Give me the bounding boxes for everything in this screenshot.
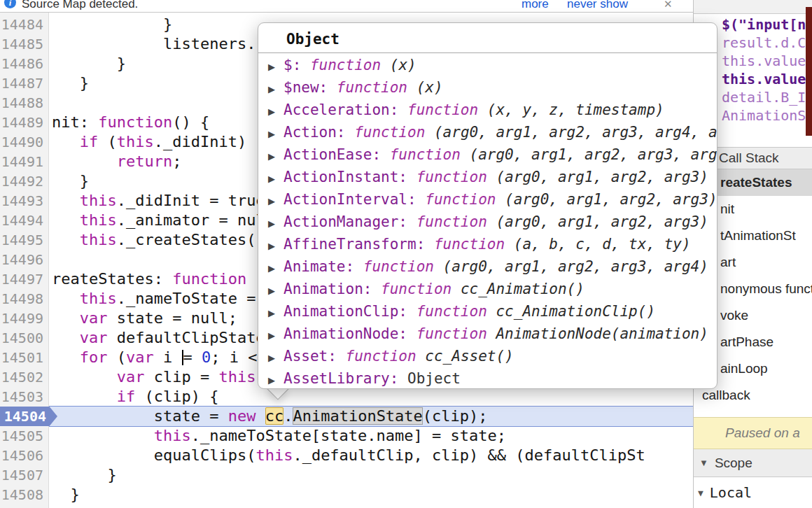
object-property-row[interactable]: ▶AnimationClip: function cc_AnimationCli…	[258, 300, 717, 323]
property-name: AssetLibrary:	[284, 370, 407, 387]
object-property-row[interactable]: ▶Action: function (arg0, arg1, arg2, arg…	[258, 121, 717, 143]
line-number[interactable]: 14507	[0, 465, 49, 485]
never-show-link[interactable]: never show	[567, 0, 628, 13]
chevron-right-icon[interactable]: ▶	[268, 369, 284, 388]
line-number[interactable]: 14489	[0, 113, 49, 132]
line-number[interactable]: 14486	[0, 54, 49, 73]
popup-title: Object	[258, 23, 717, 52]
function-signature: cc_Animation()	[461, 281, 584, 297]
property-name: $new:	[284, 79, 337, 96]
code-line[interactable]: 14503 if (clip) {	[0, 387, 693, 407]
line-number[interactable]: 14487	[0, 73, 49, 93]
code-segment: if	[80, 133, 99, 150]
code-segment: ._defaultClip, clip) && (defaultClipSt	[293, 446, 645, 464]
function-signature: cc_AnimationClip()	[496, 303, 655, 320]
code-line[interactable]: 14507 }	[0, 465, 693, 485]
line-number[interactable]: 14508	[0, 485, 49, 505]
code-segment	[52, 153, 117, 170]
function-keyword: function	[407, 101, 487, 118]
code-line[interactable]: 14505 this._nameToState[state.name] = st…	[0, 426, 693, 446]
line-number[interactable]: 14494	[0, 211, 49, 230]
line-number[interactable]: 14490	[0, 132, 49, 152]
line-number[interactable]: 14497	[0, 269, 49, 289]
line-number[interactable]: 14498	[0, 289, 49, 309]
property-name: ActionInterval:	[284, 191, 425, 208]
line-number[interactable]: 14509	[0, 505, 49, 508]
line-number[interactable]: 14499	[0, 309, 49, 328]
object-property-row[interactable]: ▶ActionInterval: function (arg0, arg1, a…	[258, 188, 717, 211]
line-number[interactable]: 14500	[0, 328, 49, 348]
object-property-row[interactable]: ▶Acceleration: function (x, y, z, timest…	[258, 99, 717, 121]
hovered-token: cc	[265, 407, 284, 425]
scope-section-header[interactable]: ▼Scope	[694, 449, 812, 477]
line-number[interactable]: 14506	[0, 446, 49, 465]
code-text: }	[49, 465, 693, 485]
line-number[interactable]: 14485	[0, 34, 49, 54]
popup-box: Object ▶$: function (x)▶$new: function (…	[258, 22, 718, 389]
object-property-row[interactable]: ▶ActionManager: function (arg0, arg1, ar…	[258, 211, 717, 233]
line-number[interactable]: 14502	[0, 367, 49, 387]
code-segment: ._didInit)	[154, 133, 246, 150]
object-property-row[interactable]: ▶AffineTransform: function (a, b, c, d, …	[258, 233, 717, 255]
object-property-row[interactable]: ▶Animate: function (arg0, arg1, arg2, ar…	[258, 255, 717, 278]
chevron-right-icon[interactable]: ▶	[268, 302, 284, 323]
chevron-right-icon[interactable]: ▶	[268, 123, 284, 143]
paused-status-bar: Paused on a	[694, 417, 812, 449]
line-number[interactable]: 14501	[0, 348, 49, 367]
scope-local-row[interactable]: ▼Local	[694, 477, 812, 508]
object-property-row[interactable]: ▶$new: function (x)	[258, 76, 717, 99]
line-number[interactable]: 14495	[0, 230, 49, 250]
object-property-row[interactable]: ▶AssetLibrary: Object	[258, 367, 717, 388]
code-segment: if	[117, 388, 136, 405]
code-segment: }	[52, 74, 89, 92]
chevron-right-icon[interactable]: ▶	[268, 101, 284, 121]
more-link[interactable]: more	[522, 0, 549, 13]
code-segment	[52, 329, 80, 346]
function-signature: (x)	[416, 79, 443, 96]
chevron-down-icon: ▼	[698, 488, 704, 498]
code-line[interactable]: 14509 if (this._defaultClip && !defaultC…	[0, 505, 693, 508]
property-name: Acceleration:	[284, 101, 407, 118]
code-segment	[52, 211, 80, 229]
code-segment: (	[98, 133, 117, 150]
object-property-row[interactable]: ▶$: function (x)	[258, 54, 717, 76]
chevron-right-icon[interactable]: ▶	[268, 280, 284, 300]
object-property-row[interactable]: ▶ActionInstant: function (arg0, arg1, ar…	[258, 166, 717, 188]
code-segment: }	[52, 55, 126, 72]
line-number[interactable]: 14492	[0, 171, 49, 191]
chevron-right-icon[interactable]: ▶	[268, 257, 284, 278]
code-line[interactable]: 14504 state = new cc.AnimationState(clip…	[0, 407, 693, 426]
code-segment: reateStates:	[52, 270, 172, 288]
object-property-row[interactable]: ▶Asset: function cc_Asset()	[258, 345, 717, 367]
chevron-right-icon[interactable]: ▶	[268, 213, 284, 233]
code-segment: ._didInit = true;	[117, 192, 274, 209]
line-number[interactable]: 14496	[0, 250, 49, 269]
chevron-right-icon[interactable]: ▶	[268, 168, 284, 188]
line-number[interactable]: 14505	[0, 426, 49, 446]
chevron-right-icon[interactable]: ▶	[268, 235, 284, 255]
code-line[interactable]: 14508 }	[0, 485, 693, 505]
close-icon[interactable]: ✕	[664, 0, 673, 13]
line-number[interactable]: 14493	[0, 191, 49, 211]
chevron-right-icon[interactable]: ▶	[268, 325, 284, 345]
line-number[interactable]: 14503	[0, 387, 49, 407]
code-segment	[52, 368, 117, 386]
execution-line-badge[interactable]: 14504	[0, 407, 57, 426]
code-line[interactable]: 14506 equalClips(this._defaultClip, clip…	[0, 446, 693, 465]
object-property-row[interactable]: ▶ActionEase: function (arg0, arg1, arg2,…	[258, 143, 717, 166]
line-number[interactable]: 14491	[0, 152, 49, 171]
object-property-row[interactable]: ▶AnimationNode: function AnimationNode(a…	[258, 323, 717, 345]
property-name: ActionInstant:	[284, 169, 416, 185]
property-name: ActionManager:	[284, 213, 416, 230]
function-keyword: function	[346, 348, 426, 365]
chevron-right-icon[interactable]: ▶	[268, 78, 284, 99]
chevron-down-icon: ▼	[699, 458, 708, 468]
line-number[interactable]: 14488	[0, 93, 49, 113]
line-number[interactable]: 14484	[0, 15, 49, 34]
object-property-row[interactable]: ▶Animation: function cc_Animation()	[258, 278, 717, 300]
chevron-right-icon[interactable]: ▶	[268, 146, 284, 166]
chevron-right-icon[interactable]: ▶	[268, 56, 284, 76]
chevron-right-icon[interactable]: ▶	[268, 190, 284, 211]
source-map-notification-bar: i Source Map detected. more never show ✕	[0, 0, 693, 13]
chevron-right-icon[interactable]: ▶	[268, 347, 284, 367]
